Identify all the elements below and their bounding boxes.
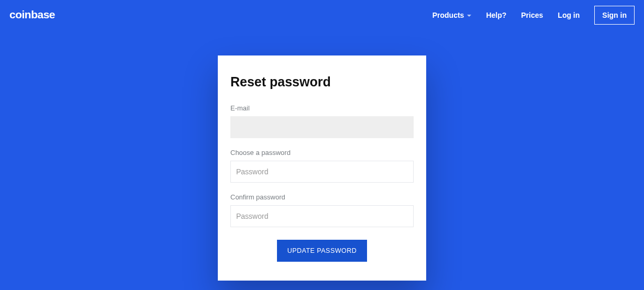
nav-products[interactable]: Products [432,11,472,19]
nav: Products Help? Prices Log in Sign in [432,6,635,25]
reset-password-card: Reset password E-mail Choose a password … [218,55,426,281]
signin-button[interactable]: Sign in [594,6,635,25]
choose-password-group: Choose a password [230,149,414,183]
signin-button-label: Sign in [602,11,627,19]
nav-prices[interactable]: Prices [521,11,543,19]
choose-password-label: Choose a password [230,149,414,157]
nav-login[interactable]: Log in [558,11,580,19]
nav-help-label: Help? [486,11,506,19]
confirm-password-group: Confirm password [230,193,414,227]
submit-row: UPDATE PASSWORD [230,240,414,262]
choose-password-input[interactable] [230,161,414,183]
nav-login-label: Log in [558,11,580,19]
logo[interactable]: coinbase [9,10,63,20]
update-password-button[interactable]: UPDATE PASSWORD [277,240,368,262]
svg-text:coinbase: coinbase [9,10,55,20]
confirm-password-label: Confirm password [230,193,414,201]
chevron-down-icon [467,15,471,17]
email-group: E-mail [230,104,414,138]
confirm-password-input[interactable] [230,205,414,227]
nav-products-label: Products [432,11,464,19]
email-label: E-mail [230,104,414,112]
nav-help[interactable]: Help? [486,11,506,19]
card-title: Reset password [230,74,414,90]
email-input[interactable] [230,116,414,138]
nav-prices-label: Prices [521,11,543,19]
main: Reset password E-mail Choose a password … [0,30,644,281]
header: coinbase Products Help? Prices Log in Si… [0,0,644,30]
